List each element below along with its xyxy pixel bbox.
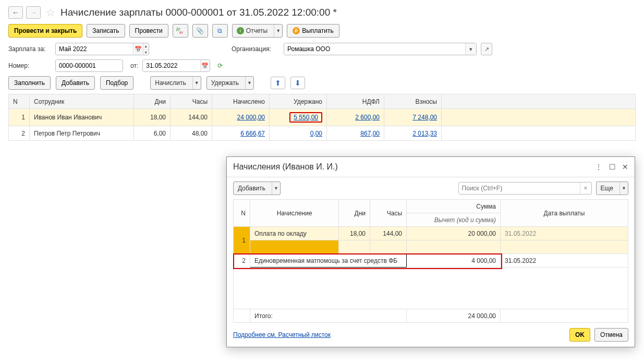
modal-title: Начисления (Иванов И. И.) xyxy=(233,162,595,172)
fill-button[interactable]: Заполнить xyxy=(8,76,51,90)
salary-period-field[interactable]: 📅 ▲▼ xyxy=(55,43,149,55)
table-subrow xyxy=(234,240,628,254)
chevron-down-icon: ▼ xyxy=(192,77,201,89)
col-ndfl: НДФЛ xyxy=(327,94,384,109)
save-button[interactable]: Записать xyxy=(87,24,125,38)
cell-deducted[interactable]: 0,00 xyxy=(270,126,327,141)
cell-employee: Иванов Иван Иванович xyxy=(30,109,134,126)
table-row[interactable]: 2Единовременная матпомощь за счет средст… xyxy=(234,254,628,268)
reports-icon: i xyxy=(237,27,244,34)
dcol-paydate: Дата выплаты xyxy=(501,200,628,227)
cell-sum: 4 000,00 xyxy=(407,254,501,268)
stepper-down-icon[interactable]: ▼ xyxy=(143,49,149,55)
col-employee: Сотрудник xyxy=(30,94,134,109)
move-down-button[interactable]: ⬇ xyxy=(290,77,305,89)
table-row[interactable]: 1Иванов Иван Иванович18,00144,0024 000,0… xyxy=(9,109,636,126)
cell-days: 6,00 xyxy=(134,126,171,141)
ok-button[interactable]: OK xyxy=(569,328,590,342)
cell-employee: Петров Петр Петрович xyxy=(30,126,134,141)
dcol-n: N xyxy=(234,200,250,227)
dcol-sum: Сумма xyxy=(407,200,501,213)
cell-accrued[interactable]: 6 666,67 xyxy=(212,126,270,141)
clear-search-icon[interactable]: × xyxy=(580,183,591,194)
organization-input[interactable] xyxy=(284,43,465,55)
dcol-days: Дни xyxy=(339,200,370,227)
structure-button[interactable]: ⧉ xyxy=(212,24,228,38)
dtkt-button[interactable]: ДтКт xyxy=(173,24,188,38)
table-row[interactable]: 2Петров Петр Петрович6,0048,006 666,670,… xyxy=(9,126,636,141)
date-input[interactable] xyxy=(143,60,200,71)
date-field[interactable]: 📅 xyxy=(142,59,210,72)
cell-n: 2 xyxy=(234,254,250,268)
accrue-button[interactable]: Начислить ▼ xyxy=(150,76,201,90)
cell-paydate: 31.05.2022 xyxy=(501,254,628,268)
dropdown-icon[interactable]: ▾ xyxy=(465,43,476,55)
cell-accrued[interactable]: 24 000,00 xyxy=(212,109,270,126)
post-and-close-button[interactable]: Провести и закрыть xyxy=(8,24,82,38)
salary-for-label: Зарплата за: xyxy=(8,45,51,53)
paperclip-icon: 📎 xyxy=(196,27,204,34)
nav-forward-button: → xyxy=(26,6,41,19)
cell-deducted[interactable]: 5 550,00 xyxy=(270,109,327,126)
ruble-icon: ₽ xyxy=(293,27,300,34)
reports-button[interactable]: iОтчеты ▼ xyxy=(232,24,283,38)
favorite-star-icon[interactable]: ☆ xyxy=(46,6,55,19)
modal-more-button[interactable]: Еще ▼ xyxy=(596,181,628,195)
cell-sum: 20 000,00 xyxy=(407,227,501,240)
refresh-icon[interactable]: ⟳ xyxy=(217,62,223,69)
cell-n: 1 xyxy=(234,227,250,254)
chevron-down-icon: ▼ xyxy=(272,182,280,195)
dcol-accrual: Начисление xyxy=(250,200,339,227)
cell-n: 2 xyxy=(9,126,30,141)
cell-ndfl[interactable]: 867,00 xyxy=(327,126,384,141)
stepper-up-icon[interactable]: ▲ xyxy=(143,43,149,49)
modal-add-button[interactable]: Добавить ▼ xyxy=(233,181,281,195)
accruals-table: N Начисление Дни Часы Сумма Дата выплаты… xyxy=(233,199,628,323)
more-icon[interactable]: ⋮ xyxy=(595,163,603,171)
chevron-down-icon: ▼ xyxy=(245,77,253,89)
organization-field[interactable]: ▾ xyxy=(284,43,477,55)
calendar-icon[interactable]: 📅 xyxy=(200,60,210,71)
svg-text:Кт: Кт xyxy=(179,31,184,34)
salary-period-input[interactable] xyxy=(56,43,133,55)
cell-contrib[interactable]: 2 013,33 xyxy=(384,126,442,141)
move-up-button[interactable]: ⬆ xyxy=(271,77,285,89)
cell-days: 18,00 xyxy=(134,109,171,126)
number-field[interactable] xyxy=(55,59,123,72)
cell-hours: 144,00 xyxy=(370,227,407,240)
modal-search-input[interactable] xyxy=(459,183,580,194)
structure-icon: ⧉ xyxy=(217,27,222,34)
cell-hours: 48,00 xyxy=(171,126,212,141)
nav-back-button[interactable]: ← xyxy=(8,6,23,19)
cell-n: 1 xyxy=(9,109,30,126)
add-row-button[interactable]: Добавить xyxy=(56,76,95,90)
table-row[interactable]: 1Оплата по окладу18,00144,0020 000,0031.… xyxy=(234,227,628,240)
col-spacer xyxy=(442,94,636,109)
col-n: N xyxy=(9,94,30,109)
col-hours: Часы xyxy=(171,94,212,109)
chevron-down-icon: ▼ xyxy=(619,182,628,195)
employees-table: N Сотрудник Дни Часы Начислено Удержано … xyxy=(8,94,636,141)
post-button[interactable]: Провести xyxy=(129,24,168,38)
cell-days: 18,00 xyxy=(339,227,370,240)
cell-accrual-name[interactable]: Единовременная матпомощь за счет средств… xyxy=(250,254,407,268)
dcol-hours: Часы xyxy=(370,200,407,227)
pay-button[interactable]: ₽Выплатить xyxy=(287,24,339,38)
close-icon[interactable]: ✕ xyxy=(622,163,628,171)
cell-contrib[interactable]: 7 248,00 xyxy=(384,109,442,126)
modal-search-field[interactable]: × xyxy=(458,182,592,195)
maximize-icon[interactable]: ☐ xyxy=(609,163,616,171)
number-label: Номер: xyxy=(8,62,51,69)
payroll-slip-link[interactable]: Подробнее см. Расчетный листок xyxy=(233,331,331,338)
pick-button[interactable]: Подбор xyxy=(100,76,133,90)
col-contrib: Взносы xyxy=(384,94,442,109)
cancel-button[interactable]: Отмена xyxy=(594,328,628,342)
cell-ndfl[interactable]: 2 600,00 xyxy=(327,109,384,126)
attachment-button[interactable]: 📎 xyxy=(192,24,208,38)
deduct-button[interactable]: Удержать ▼ xyxy=(206,76,254,90)
col-accrued: Начислено xyxy=(212,94,270,109)
open-organization-button[interactable]: ↗ xyxy=(481,43,492,55)
cell-accrual-name: Оплата по окладу xyxy=(250,227,339,240)
number-input[interactable] xyxy=(56,60,123,71)
calendar-icon[interactable]: 📅 xyxy=(133,43,142,55)
